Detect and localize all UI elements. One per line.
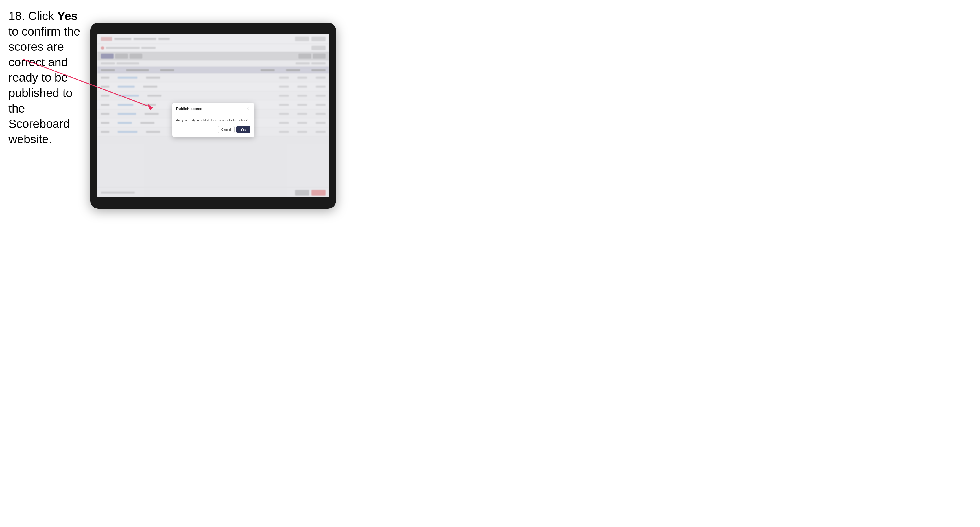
tablet-screen: Publish scores × Are you ready to publis… [97, 34, 329, 197]
modal-overlay: Publish scores × Are you ready to publis… [97, 34, 329, 197]
modal-body: Are you ready to publish these scores to… [172, 114, 254, 126]
bold-yes: Yes [57, 9, 78, 22]
tablet-device: Publish scores × Are you ready to publis… [90, 22, 336, 209]
yes-button[interactable]: Yes [236, 126, 250, 133]
modal-header: Publish scores × [172, 103, 254, 114]
cancel-button[interactable]: Cancel [218, 126, 235, 133]
instruction-before-bold: Click [28, 9, 57, 22]
close-button[interactable]: × [246, 106, 250, 111]
instruction-text: 18. Click Yes to confirm the scores are … [8, 8, 88, 147]
step-number: 18. [8, 9, 25, 22]
publish-scores-dialog: Publish scores × Are you ready to publis… [172, 103, 254, 137]
modal-message: Are you ready to publish these scores to… [176, 118, 250, 123]
modal-title: Publish scores [176, 106, 202, 111]
instruction-after-bold: to confirm the scores are correct and re… [8, 25, 80, 146]
modal-footer: Cancel Yes [172, 126, 254, 137]
